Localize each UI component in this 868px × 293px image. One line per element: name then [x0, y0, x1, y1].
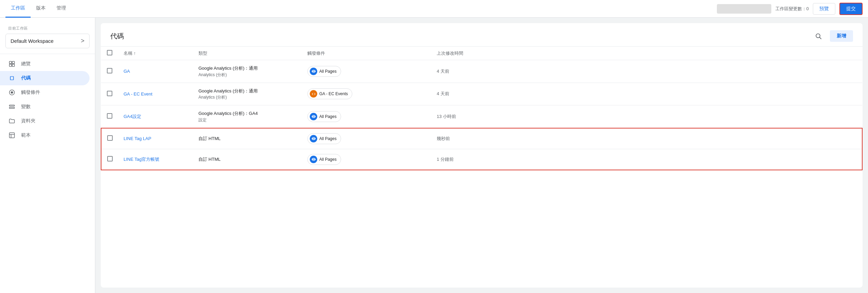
row-trigger-cell: GA - EC Events [302, 83, 431, 105]
trigger-label: All Pages [319, 69, 337, 74]
workspace-chevron-icon: > [81, 37, 84, 45]
page-title: 代碼 [110, 32, 124, 41]
svg-rect-2 [10, 64, 12, 67]
row-name-cell: GA4設定 [118, 105, 193, 128]
row-checkbox[interactable] [107, 156, 113, 161]
row-name-cell: GA - EC Event [118, 83, 193, 105]
nav-tabs: 工作區 版本 管理 [5, 0, 717, 18]
trigger-badge[interactable]: GA - EC Events [307, 88, 352, 99]
row-type-cell: Google Analytics (分析)：GA4 設定 [193, 105, 302, 128]
row-trigger-cell: All Pages [302, 105, 431, 128]
row-time-cell: 13 小時前 [431, 105, 862, 128]
sidebar-item-templates[interactable]: 範本 [0, 128, 90, 142]
table-row[interactable]: LINE Tag官方帳號 自訂 HTML All Pages 1 分鐘前 [101, 149, 862, 170]
table-row[interactable]: LINE Tag LAP 自訂 HTML All Pages 幾秒前 [101, 128, 862, 149]
sidebar-divider [0, 54, 95, 54]
tab-admin[interactable]: 管理 [51, 0, 71, 18]
row-type-cell: 自訂 HTML [193, 149, 302, 170]
table-row[interactable]: GA4設定 Google Analytics (分析)：GA4 設定 All P… [101, 105, 862, 128]
sidebar-item-tags[interactable]: 代碼 [0, 71, 90, 85]
sidebar-item-folders[interactable]: 資料夾 [0, 114, 90, 128]
svg-rect-7 [10, 107, 15, 108]
workspace-indicator [717, 4, 771, 14]
trigger-icon-circle [310, 113, 317, 120]
trigger-badge[interactable]: All Pages [307, 154, 341, 165]
th-name[interactable]: 名稱 ↑ [118, 47, 193, 60]
tag-name-link[interactable]: LINE Tag LAP [124, 136, 151, 141]
row-name-cell: LINE Tag LAP [118, 128, 193, 149]
main-content: 代碼 新增 名稱 ↑ [101, 23, 863, 288]
th-last-modified: 上次修改時間 [431, 47, 862, 60]
variable-icon [8, 103, 16, 110]
row-checkbox[interactable] [107, 91, 112, 96]
trigger-badge[interactable]: All Pages [307, 133, 341, 144]
row-trigger-cell: All Pages [302, 149, 431, 170]
sidebar-section-label: 目前工作區 [0, 23, 95, 32]
preview-button[interactable]: 預覽 [813, 3, 835, 15]
workspace-selector[interactable]: Default Workspace > [5, 34, 90, 48]
sidebar-item-variables[interactable]: 變數 [0, 100, 90, 114]
tag-name-link[interactable]: GA [124, 69, 130, 74]
row-type-cell: Google Analytics (分析)：通用 Analytics (分析) [193, 83, 302, 105]
trigger-icon-circle [310, 68, 317, 75]
search-button[interactable] [812, 30, 824, 42]
row-type-cell: 自訂 HTML [193, 128, 302, 149]
row-name-cell: GA [118, 60, 193, 83]
tag-name-link[interactable]: LINE Tag官方帳號 [124, 157, 159, 162]
th-checkbox [101, 47, 118, 60]
sidebar-label-triggers: 觸發條件 [21, 89, 40, 96]
svg-line-10 [820, 37, 821, 39]
row-trigger-cell: All Pages [302, 128, 431, 149]
tag-name-link[interactable]: GA - EC Event [124, 91, 152, 97]
template-icon [8, 132, 16, 139]
row-checkbox-cell [101, 60, 118, 83]
row-type-cell: Google Analytics (分析)：通用 Analytics (分析) [193, 60, 302, 83]
sidebar: 目前工作區 Default Workspace > 總覽 [0, 18, 95, 293]
table-row[interactable]: GA - EC Event Google Analytics (分析)：通用 A… [101, 83, 862, 105]
overview-icon [8, 60, 16, 68]
trigger-label: GA - EC Events [319, 91, 348, 96]
svg-rect-1 [12, 62, 15, 64]
row-checkbox-cell [101, 149, 118, 170]
row-time-cell: 幾秒前 [431, 128, 862, 149]
row-checkbox[interactable] [107, 68, 112, 73]
svg-rect-6 [10, 105, 15, 106]
tab-workspace[interactable]: 工作區 [5, 0, 31, 18]
row-name-cell: LINE Tag官方帳號 [118, 149, 193, 170]
row-checkbox-cell [101, 105, 118, 128]
trigger-icon [8, 89, 16, 96]
table-row[interactable]: GA Google Analytics (分析)：通用 Analytics (分… [101, 60, 862, 83]
tags-table: 名稱 ↑ 類型 觸發條件 上次修改時間 GA Google Analytics … [101, 47, 863, 170]
tags-table-container: 名稱 ↑ 類型 觸發條件 上次修改時間 GA Google Analytics … [101, 47, 863, 288]
row-checkbox[interactable] [107, 135, 113, 141]
trigger-badge[interactable]: All Pages [307, 66, 341, 77]
trigger-label: All Pages [319, 157, 337, 162]
row-checkbox[interactable] [107, 113, 112, 119]
sidebar-item-triggers[interactable]: 觸發條件 [0, 85, 90, 100]
row-checkbox-cell [101, 128, 118, 149]
sidebar-label-variables: 變數 [21, 104, 31, 110]
tag-icon [8, 74, 16, 82]
trigger-icon-circle [310, 90, 317, 98]
top-navigation: 工作區 版本 管理 工作區變更數：0 預覽 提交 [0, 0, 868, 18]
top-nav-right: 工作區變更數：0 預覽 提交 [717, 3, 863, 15]
workspace-name: Default Workspace [11, 38, 53, 44]
select-all-checkbox[interactable] [107, 50, 112, 55]
trigger-badge[interactable]: All Pages [307, 111, 341, 122]
new-tag-button[interactable]: 新增 [830, 30, 853, 42]
trigger-label: All Pages [319, 136, 337, 141]
header-actions: 新增 [812, 30, 853, 42]
trigger-icon-circle [310, 156, 317, 163]
row-trigger-cell: All Pages [302, 60, 431, 83]
sidebar-label-folders: 資料夾 [21, 118, 35, 124]
tab-version[interactable]: 版本 [31, 0, 51, 18]
th-trigger: 觸發條件 [302, 47, 431, 60]
page-header: 代碼 新增 [101, 23, 863, 47]
th-type: 類型 [193, 47, 302, 60]
sidebar-label-overview: 總覽 [21, 61, 31, 67]
tag-name-link[interactable]: GA4設定 [124, 114, 141, 119]
sidebar-label-tags: 代碼 [21, 75, 31, 81]
sidebar-item-overview[interactable]: 總覽 [0, 57, 90, 71]
submit-button[interactable]: 提交 [839, 3, 863, 15]
row-time-cell: 4 天前 [431, 60, 862, 83]
